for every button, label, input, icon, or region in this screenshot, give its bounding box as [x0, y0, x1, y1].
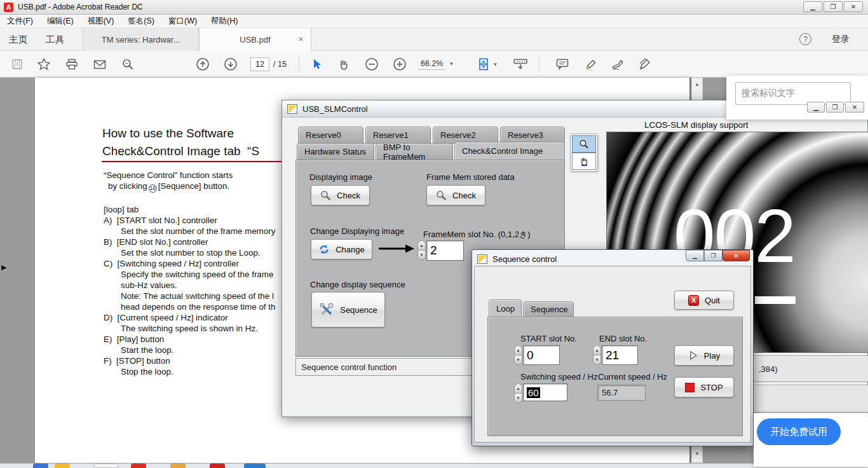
scrolling-mode-icon[interactable] — [510, 55, 531, 73]
change-label: Change — [336, 245, 365, 254]
magnifier-icon — [436, 190, 447, 201]
magnifier-icon — [320, 190, 331, 201]
tab-loop[interactable]: Loop — [489, 299, 522, 317]
change-button[interactable]: Change — [311, 239, 372, 259]
pdf-intro-line2-text: by clicking — [108, 181, 147, 191]
zoom-out-icon[interactable] — [361, 55, 383, 73]
scrollbar-up[interactable]: ▲ — [691, 78, 703, 100]
menu-window[interactable]: 窗口(W) — [161, 15, 204, 28]
close-button[interactable]: ✕ — [845, 102, 864, 113]
minimize-button[interactable]: ▁ — [686, 250, 704, 261]
close-button[interactable]: ✕ — [844, 1, 863, 12]
switching-speed-field[interactable]: 60 — [523, 383, 567, 401]
check-framemem-button[interactable]: Check — [426, 185, 485, 205]
tab-reserve0[interactable]: Reserve0 — [298, 127, 363, 144]
print-icon[interactable] — [61, 55, 83, 73]
end-slot-field[interactable]: 21 — [602, 345, 638, 365]
tab-check-control-image[interactable]: Check&Control Image — [454, 142, 565, 160]
spinner-up-icon[interactable]: ▲ — [514, 345, 522, 355]
tab-reserve2[interactable]: Reserve2 — [433, 127, 498, 144]
taskbar-icon-folder[interactable] — [55, 464, 70, 468]
spinner-down-icon[interactable]: ▼ — [514, 393, 522, 403]
comment-icon[interactable] — [552, 55, 573, 73]
spinner-up-icon[interactable]: ▲ — [514, 383, 522, 394]
pdf-body-line: B) [END slot No.] controller — [104, 237, 208, 247]
tab-home[interactable]: 主页 — [0, 28, 36, 51]
star-icon[interactable] — [33, 55, 55, 73]
scrollbar-down[interactable]: ▼ — [691, 445, 703, 463]
framemem-slot-field[interactable]: 2 — [426, 240, 464, 261]
free-trial-button[interactable]: 开始免费试用 — [757, 418, 841, 445]
sequence-label: Sequence — [340, 305, 377, 315]
nav-pane-toggle-icon[interactable]: ▶ — [1, 263, 6, 272]
close-tab-icon[interactable]: × — [299, 35, 303, 44]
maximize-button[interactable]: ❐ — [826, 102, 844, 113]
select-tool-icon[interactable] — [306, 55, 328, 73]
previous-page-icon[interactable] — [192, 55, 214, 73]
spinner-up-icon[interactable]: ▲ — [417, 240, 426, 251]
minimize-button[interactable]: ▁ — [803, 1, 822, 12]
doc-tab-tm-series[interactable]: TM series: Hardwar... — [83, 28, 199, 51]
zoom-tool-button[interactable] — [572, 135, 596, 153]
fill-sign-icon[interactable] — [634, 55, 656, 73]
help-icon[interactable]: ? — [799, 33, 811, 45]
highlighter-icon[interactable] — [580, 55, 602, 73]
quit-button[interactable]: X Quit — [674, 291, 734, 310]
menu-view[interactable]: 视图(V) — [81, 15, 121, 28]
zoom-level-control[interactable]: 66.2%▼ — [418, 58, 454, 70]
play-button[interactable]: Play — [674, 345, 734, 366]
menu-sign[interactable]: 签名(S) — [121, 15, 161, 28]
pdf-body-line: F) [STOP] button — [104, 356, 170, 366]
restore-button[interactable]: ❐ — [824, 1, 843, 12]
menu-edit[interactable]: 编辑(E) — [40, 15, 81, 28]
taskbar-icon-app[interactable] — [94, 464, 118, 468]
menu-help[interactable]: 帮助(H) — [204, 15, 245, 28]
taskbar-icon-browser[interactable] — [33, 464, 48, 468]
email-icon[interactable] — [89, 55, 111, 73]
close-button[interactable]: ✕ — [722, 250, 750, 261]
sign-pen-icon[interactable] — [607, 55, 629, 73]
refresh-icon — [318, 244, 330, 255]
labview-icon — [477, 254, 487, 264]
taskbar-icon-app[interactable] — [244, 464, 266, 468]
tab-hardware-status[interactable]: Hardware Status — [297, 143, 374, 160]
taskbar-icon-app[interactable] — [210, 464, 225, 468]
next-page-icon[interactable] — [220, 55, 241, 73]
spinner-down-icon[interactable]: ▼ — [417, 250, 426, 260]
taskbar-icon-app[interactable] — [170, 464, 186, 468]
fit-page-icon[interactable]: ▼ — [477, 55, 498, 73]
taskbar-icon-app[interactable] — [131, 464, 146, 468]
tab-reserve3[interactable]: Reserve3 — [500, 127, 565, 144]
search-icon[interactable] — [117, 55, 139, 73]
spinner-up-icon[interactable]: ▲ — [593, 345, 601, 355]
pdf-heading-line1: How to use the Software — [102, 127, 234, 141]
tab-sequence[interactable]: Sequence — [523, 301, 574, 317]
check-displaying-button[interactable]: Check — [311, 185, 370, 205]
sequence-title-bar[interactable]: Sequence control ▁ ❐ ✕ — [474, 252, 751, 266]
hand-tool-icon[interactable] — [333, 55, 355, 73]
zoom-in-icon[interactable] — [389, 55, 410, 73]
save-icon[interactable] — [6, 55, 28, 73]
spinner-down-icon[interactable]: ▼ — [514, 355, 522, 365]
acrobat-title-bar: A USB.pdf - Adobe Acrobat Reader DC ▁ ❐ … — [0, 0, 868, 15]
minimize-button[interactable]: ▁ — [807, 102, 825, 113]
menu-file[interactable]: 文件(F) — [0, 15, 40, 28]
chevron-down-icon[interactable]: ▼ — [493, 62, 498, 67]
chevron-down-icon[interactable]: ▼ — [449, 61, 454, 67]
pdf-intro-line2: by clicking16[Sequence] button. — [108, 181, 229, 193]
spinner-down-icon[interactable]: ▼ — [593, 355, 601, 365]
start-slot-field[interactable]: 0 — [523, 345, 560, 365]
login-button[interactable]: 登录 — [823, 28, 858, 51]
page-number-input[interactable]: 12 — [250, 57, 269, 71]
zoom-level-value[interactable]: 66.2% — [418, 58, 445, 70]
tab-tools[interactable]: 工具 — [37, 28, 73, 51]
image-tool-palette — [570, 134, 598, 172]
maximize-button[interactable]: ❐ — [704, 250, 722, 261]
sequence-button[interactable]: Sequence — [311, 292, 385, 327]
taskbar[interactable] — [0, 463, 868, 468]
pan-tool-button[interactable] — [572, 153, 596, 170]
tab-bmp-to-framemem[interactable]: BMP to FrameMem — [376, 143, 453, 160]
doc-tab-usb-pdf[interactable]: USB.pdf × — [199, 28, 311, 51]
tab-reserve1[interactable]: Reserve1 — [365, 127, 431, 144]
stop-button[interactable]: STOP — [674, 377, 734, 397]
